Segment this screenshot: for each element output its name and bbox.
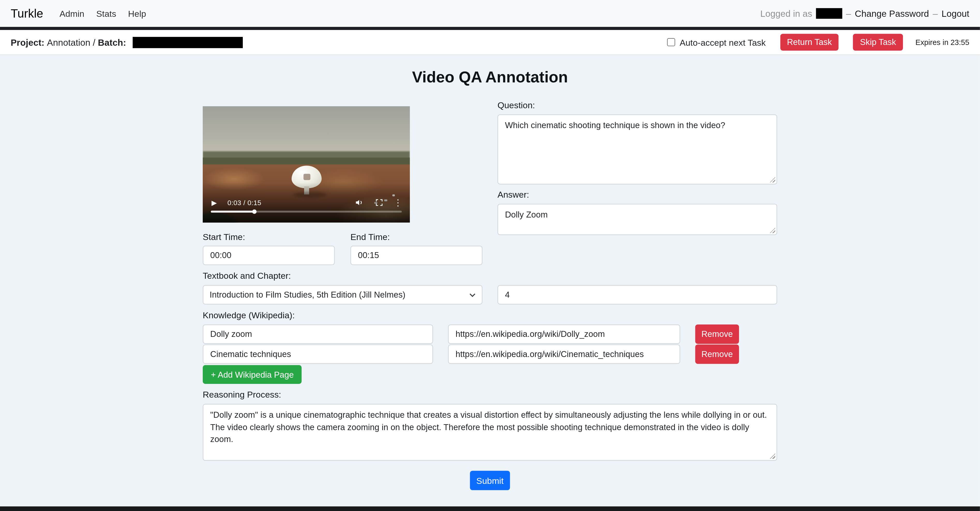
qa-column: Question: Which cinematic shooting techn… [498, 100, 777, 235]
main-nav: Admin Stats Help [59, 8, 146, 19]
project-breadcrumb: Project: Annotation / Batch: [11, 36, 243, 48]
expires-timer: Expires in 23:55 [915, 38, 969, 46]
redacted-username [816, 8, 842, 19]
textbook-select-control[interactable]: Introduction to Film Studies, 5th Editio… [203, 285, 482, 305]
task-content: Video QA Annotation [0, 55, 980, 506]
volume-icon[interactable] [355, 198, 364, 207]
textbook-select: Introduction to Film Studies, 5th Editio… [203, 285, 482, 305]
time-fields: Start Time: End Time: [203, 232, 482, 265]
start-time-label: Start Time: [203, 232, 335, 242]
video-controls: ▶ 0:03 / 0:15 ⋮ [212, 198, 402, 207]
question-label: Question: [498, 100, 777, 110]
task-actions: Auto-accept next Task Return Task Skip T… [667, 34, 969, 51]
video-time: 0:03 / 0:15 [228, 199, 261, 206]
answer-textarea[interactable]: Dolly Zoom [498, 204, 777, 235]
textbook-label: Textbook and Chapter: [203, 271, 777, 281]
brand-turkle[interactable]: Turkle [11, 6, 43, 20]
change-password-link[interactable]: Change Password [855, 8, 929, 19]
wiki-url-input[interactable] [448, 324, 680, 344]
task-bar: Project: Annotation / Batch: Auto-accept… [0, 30, 980, 55]
knowledge-label: Knowledge (Wikipedia): [203, 310, 777, 320]
redacted-batch-name [132, 36, 243, 48]
submit-button[interactable]: Submit [470, 471, 510, 490]
annotation-form: ▶ 0:03 / 0:15 ⋮ [203, 100, 777, 490]
nav-admin[interactable]: Admin [59, 8, 84, 19]
auto-accept-checkbox[interactable] [667, 38, 675, 46]
logged-in-as-label: Logged in as [760, 8, 812, 19]
bottom-bar [0, 506, 980, 511]
reasoning-label: Reasoning Process: [203, 390, 777, 400]
play-icon[interactable]: ▶ [212, 198, 217, 206]
return-task-button[interactable]: Return Task [780, 34, 839, 51]
wiki-title-input[interactable] [203, 324, 433, 344]
nav-stats[interactable]: Stats [96, 8, 116, 19]
video-column: ▶ 0:03 / 0:15 ⋮ [203, 100, 482, 265]
answer-label: Answer: [498, 189, 777, 200]
auto-accept-toggle[interactable]: Auto-accept next Task [667, 37, 766, 47]
remove-wiki-button[interactable]: Remove [695, 344, 739, 364]
navbar-divider [0, 27, 980, 30]
video-timeline-played [211, 211, 255, 213]
logout-link[interactable]: Logout [942, 8, 969, 19]
question-textarea[interactable]: Which cinematic shooting technique is sh… [498, 114, 777, 184]
wikipedia-rows: Remove Remove [203, 324, 777, 364]
overflow-menu-icon[interactable]: ⋮ [393, 198, 402, 207]
project-label: Project: [11, 37, 45, 47]
wiki-url-input[interactable] [448, 344, 680, 364]
app-window: Turkle Admin Stats Help Logged in as – C… [0, 0, 980, 511]
end-time-label: End Time: [350, 232, 482, 242]
separator-dash: – [846, 8, 851, 19]
video-timeline[interactable] [211, 211, 402, 213]
video-player[interactable]: ▶ 0:03 / 0:15 ⋮ [203, 106, 410, 222]
wiki-title-input[interactable] [203, 344, 433, 364]
end-time-input[interactable] [350, 246, 482, 265]
page-title: Video QA Annotation [0, 68, 980, 86]
skip-task-button[interactable]: Skip Task [853, 34, 903, 51]
separator-dash: – [933, 8, 938, 19]
remove-wiki-button[interactable]: Remove [695, 324, 739, 344]
reasoning-textarea[interactable]: "Dolly zoom" is a unique cinematographic… [203, 404, 777, 461]
session-info: Logged in as – Change Password – Logout [760, 8, 969, 19]
nav-help[interactable]: Help [128, 8, 146, 19]
start-time-input[interactable] [203, 246, 335, 265]
batch-label: Batch: [98, 37, 126, 47]
auto-accept-label: Auto-accept next Task [679, 37, 766, 47]
fullscreen-icon[interactable] [375, 198, 384, 207]
top-navbar: Turkle Admin Stats Help Logged in as – C… [0, 0, 980, 27]
add-wikipedia-button[interactable]: + Add Wikipedia Page [203, 365, 302, 384]
project-value: Annotation / [47, 37, 95, 47]
chapter-input[interactable] [498, 285, 777, 305]
